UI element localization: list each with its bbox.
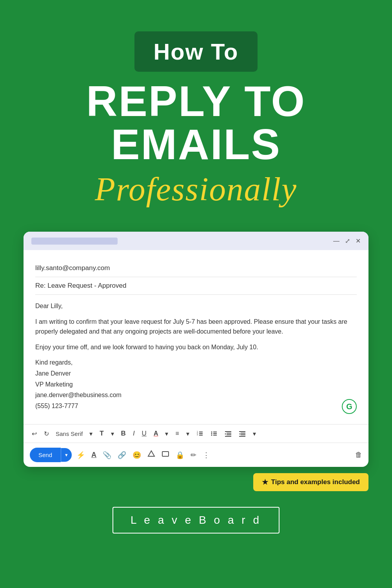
send-button[interactable]: Send (30, 448, 61, 462)
signature-line3: VP Marketing (35, 379, 357, 390)
font-color-icon[interactable]: A (91, 451, 96, 459)
signature-line5: (555) 123-7777 (35, 401, 357, 411)
email-paragraph2: Enjoy your time off, and we look forward… (35, 342, 357, 352)
tips-badge: ★ Tips and examples included (253, 473, 368, 491)
italic-button[interactable]: I (131, 428, 137, 439)
more-icon[interactable]: ⋮ (203, 451, 210, 459)
send-toolbar: Send ▾ ⚡ A 📎 🔗 😊 🔒 ✏ ⋮ 🗑 (24, 443, 368, 467)
indent-decrease-button[interactable] (223, 429, 234, 438)
to-field[interactable]: lilly.santo@company.com (35, 260, 357, 277)
email-window: — ⤢ ✕ lilly.santo@company.com Re: Leave … (24, 232, 368, 467)
how-to-badge: How To (134, 31, 257, 72)
tips-badge-wrapper: ★ Tips and examples included (24, 473, 368, 491)
svg-rect-23 (162, 452, 169, 456)
more-options-button[interactable]: ▾ (251, 429, 258, 439)
undo-button[interactable]: ↩ (30, 429, 39, 439)
font-name-selector[interactable]: Sans Serif (54, 430, 84, 438)
page-wrapper: How To REPLY TO EMAILS Professionally — … (0, 0, 392, 588)
font-size-dropdown[interactable]: ▾ (109, 429, 116, 439)
reply-to-emails-title: REPLY TO EMAILS (24, 80, 368, 166)
bullet-list-button[interactable] (209, 429, 220, 438)
svg-point-7 (211, 433, 212, 434)
svg-text:3: 3 (197, 434, 198, 436)
signature-line2: Jane Denver (35, 368, 357, 379)
link-icon[interactable]: 🔗 (118, 451, 126, 459)
minimize-button[interactable]: — (333, 238, 339, 245)
email-signature: Kind regards, Jane Denver VP Marketing j… (35, 358, 357, 411)
email-body: Dear Lilly, I am writing to confirm that… (35, 295, 357, 418)
font-color-button[interactable]: A (152, 429, 160, 438)
font-dropdown-button[interactable]: ▾ (87, 429, 94, 439)
font-color-dropdown[interactable]: ▾ (163, 429, 170, 439)
svg-point-6 (211, 432, 212, 433)
svg-marker-22 (148, 451, 154, 456)
numbered-list-button[interactable]: 1 2 3 (194, 429, 205, 438)
attachment-icon[interactable]: 📎 (103, 451, 111, 459)
indent-increase-button[interactable] (237, 429, 248, 438)
link-format-icon[interactable]: ⚡ (76, 451, 85, 459)
underline-button[interactable]: U (140, 428, 149, 439)
emoji-icon[interactable]: 😊 (132, 451, 141, 459)
bold-button[interactable]: B (119, 428, 128, 439)
email-greeting: Dear Lilly, (35, 301, 357, 311)
title-section: How To REPLY TO EMAILS Professionally (24, 31, 368, 208)
send-button-group: Send ▾ (30, 448, 72, 462)
send-toolbar-icons: ⚡ A 📎 🔗 😊 🔒 ✏ ⋮ 🗑 (76, 450, 362, 460)
trash-icon[interactable]: 🗑 (355, 451, 362, 459)
leaveboard-label: L e a v e B o a r d (131, 514, 261, 526)
tips-star-icon: ★ (262, 478, 268, 486)
font-size-button[interactable]: T (98, 428, 105, 439)
email-paragraph1: I am writing to confirm that your leave … (35, 317, 357, 337)
leaveboard-badge: L e a v e B o a r d (113, 507, 279, 534)
professionally-subtitle: Professionally (95, 170, 297, 208)
align-dropdown[interactable]: ▾ (184, 429, 191, 439)
image-icon[interactable] (162, 450, 169, 460)
titlebar-decoration (31, 238, 118, 245)
window-titlebar: — ⤢ ✕ (24, 232, 368, 250)
svg-marker-21 (239, 433, 240, 435)
signature-icon[interactable]: ✏ (191, 451, 196, 459)
redo-button[interactable]: ↻ (42, 429, 51, 439)
grammarly-icon: G (342, 399, 357, 414)
align-button[interactable]: ≡ (173, 429, 181, 438)
leaveboard-section: L e a v e B o a r d (113, 507, 279, 534)
how-to-text: How To (153, 39, 238, 64)
tips-badge-label: Tips and examples included (271, 478, 360, 486)
email-content: lilly.santo@company.com Re: Leave Reques… (24, 250, 368, 424)
lock-icon[interactable]: 🔒 (176, 451, 184, 459)
signature-line4: jane.denver@thebusiness.com (35, 390, 357, 400)
drive-icon[interactable] (147, 450, 155, 460)
resize-button[interactable]: ⤢ (345, 237, 350, 245)
svg-marker-16 (225, 433, 226, 435)
subject-field[interactable]: Re: Leave Request - Approved (35, 277, 357, 295)
close-button[interactable]: ✕ (356, 237, 361, 245)
svg-point-8 (211, 435, 212, 436)
formatting-toolbar: ↩ ↻ Sans Serif ▾ T ▾ B I U A ▾ ≡ ▾ 1 2 3 (24, 424, 368, 443)
send-dropdown-button[interactable]: ▾ (61, 448, 72, 462)
signature-line1: Kind regards, (35, 358, 357, 368)
window-controls: — ⤢ ✕ (333, 237, 361, 245)
